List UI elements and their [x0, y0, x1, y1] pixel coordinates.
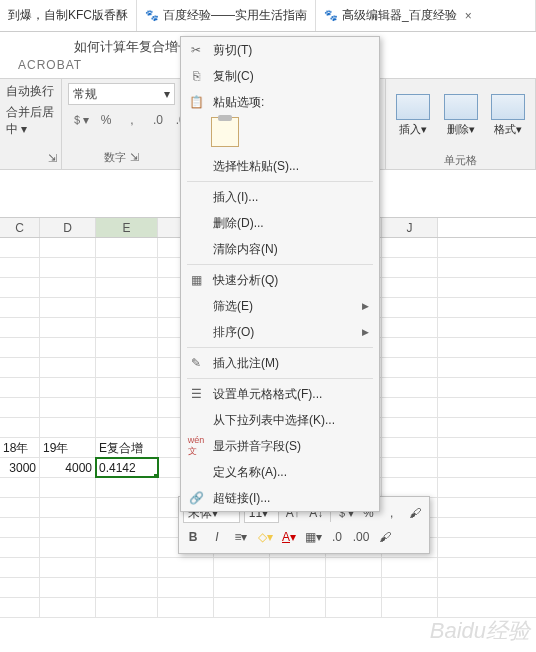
col-header-c[interactable]: C	[0, 218, 40, 237]
cell[interactable]: 19年	[40, 438, 96, 457]
ctx-format-cells[interactable]: ☰设置单元格格式(F)...	[181, 381, 379, 407]
copy-icon: ⎘	[187, 67, 205, 85]
insert-cells-button[interactable]: 插入▾	[392, 83, 434, 147]
ctx-insert-comment[interactable]: ✎插入批注(M)	[181, 350, 379, 376]
delete-icon	[444, 94, 478, 120]
currency-icon[interactable]: ＄▾	[68, 109, 92, 131]
fill-handle[interactable]	[154, 474, 158, 477]
ctx-sort[interactable]: 排序(O)▶	[181, 319, 379, 345]
bold-icon[interactable]: B	[183, 527, 203, 547]
tab-1-title: 到爆，自制KFC版香酥	[8, 7, 128, 24]
ctx-filter[interactable]: 筛选(E)▶	[181, 293, 379, 319]
tab-3[interactable]: 🐾 高级编辑器_百度经验 ×	[316, 0, 536, 31]
pinyin-icon: wén文	[187, 437, 205, 455]
ctx-pick-list[interactable]: 从下拉列表中选择(K)...	[181, 407, 379, 433]
cell[interactable]: 18年	[0, 438, 40, 457]
dialog-launcher-icon[interactable]: ⇲	[0, 150, 61, 169]
number-format-dropdown[interactable]: 常规▾	[68, 83, 175, 105]
active-cell[interactable]: 0.4142	[96, 458, 158, 477]
paste-icon[interactable]	[211, 117, 239, 147]
format-painter-icon[interactable]: 🖌	[405, 503, 424, 523]
ctx-insert[interactable]: 插入(I)...	[181, 184, 379, 210]
italic-icon[interactable]: I	[207, 527, 227, 547]
format-cells-button[interactable]: 格式▾	[487, 83, 529, 147]
ctx-paste-icons	[181, 115, 379, 153]
wrap-text-button[interactable]: 自动换行	[6, 83, 54, 100]
cell[interactable]: 4000	[40, 458, 96, 477]
paw-icon: 🐾	[145, 9, 159, 23]
ctx-delete[interactable]: 删除(D)...	[181, 210, 379, 236]
ctx-cut[interactable]: ✂剪切(T)	[181, 37, 379, 63]
format-painter-icon[interactable]: 🖌	[375, 527, 395, 547]
clipboard-icon: 📋	[187, 93, 205, 111]
quick-analysis-icon: ▦	[187, 271, 205, 289]
format-cells-icon: ☰	[187, 385, 205, 403]
ctx-define-name[interactable]: 定义名称(A)...	[181, 459, 379, 485]
comma-icon[interactable]: ,	[382, 503, 401, 523]
link-icon: 🔗	[187, 489, 205, 507]
ctx-copy[interactable]: ⎘复制(C)	[181, 63, 379, 89]
tab-1[interactable]: 到爆，自制KFC版香酥	[0, 0, 137, 31]
ctx-paste-special[interactable]: 选择性粘贴(S)...	[181, 153, 379, 179]
col-header-j[interactable]: J	[382, 218, 438, 237]
ctx-clear[interactable]: 清除内容(N)	[181, 236, 379, 262]
format-icon	[491, 94, 525, 120]
comment-icon: ✎	[187, 354, 205, 372]
cell[interactable]: E复合增	[96, 438, 158, 457]
scissors-icon: ✂	[187, 41, 205, 59]
browser-tabs: 到爆，自制KFC版香酥 🐾 百度经验——实用生活指南 🐾 高级编辑器_百度经验 …	[0, 0, 536, 32]
cells-group-label: 单元格	[386, 151, 535, 172]
ctx-hyperlink[interactable]: 🔗超链接(I)...	[181, 485, 379, 511]
ctx-paste-options: 📋粘贴选项:	[181, 89, 379, 115]
chevron-right-icon: ▶	[362, 301, 369, 311]
chevron-right-icon: ▶	[362, 327, 369, 337]
col-header-e[interactable]: E	[96, 218, 158, 237]
col-header-d[interactable]: D	[40, 218, 96, 237]
decimal-icon[interactable]: .00	[351, 527, 371, 547]
fill-color-icon[interactable]: ◇▾	[255, 527, 275, 547]
tab-2[interactable]: 🐾 百度经验——实用生活指南	[137, 0, 316, 31]
align-icon[interactable]: ≡▾	[231, 527, 251, 547]
border-icon[interactable]: ▦▾	[303, 527, 323, 547]
tab-2-title: 百度经验——实用生活指南	[163, 7, 307, 24]
delete-cells-button[interactable]: 删除▾	[440, 83, 482, 147]
paw-icon: 🐾	[324, 9, 338, 23]
insert-icon	[396, 94, 430, 120]
merge-center-button[interactable]: 合并后居中 ▾	[6, 104, 55, 138]
tab-3-title: 高级编辑器_百度经验	[342, 7, 457, 24]
font-color-icon[interactable]: A▾	[279, 527, 299, 547]
ctx-pinyin[interactable]: wén文显示拼音字段(S)	[181, 433, 379, 459]
percent-icon[interactable]: %	[94, 109, 118, 131]
ctx-quick-analysis[interactable]: ▦快速分析(Q)	[181, 267, 379, 293]
cell[interactable]: 3000	[0, 458, 40, 477]
context-menu: ✂剪切(T) ⎘复制(C) 📋粘贴选项: 选择性粘贴(S)... 插入(I)..…	[180, 36, 380, 512]
comma-icon[interactable]: ,	[120, 109, 144, 131]
decimal-icon[interactable]: .0	[327, 527, 347, 547]
increase-decimal-icon[interactable]: .0	[146, 109, 170, 131]
watermark: Baidu经验	[430, 616, 530, 646]
close-icon[interactable]: ×	[461, 9, 476, 23]
number-group-label: 数字	[104, 151, 126, 163]
